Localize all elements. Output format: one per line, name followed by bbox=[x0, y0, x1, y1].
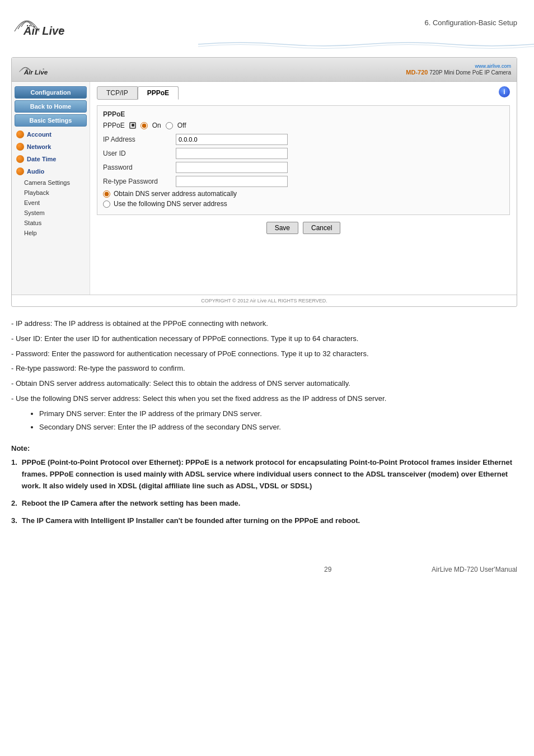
account-label: Account bbox=[27, 131, 51, 138]
pppoe-checkbox[interactable] bbox=[129, 122, 136, 129]
manual-name: AirLive MD-720 User'Manual bbox=[432, 566, 517, 573]
panel-header: Äir Live ® www.airlive.com MD-720 720P M… bbox=[12, 58, 517, 82]
sidebar-item-datetime[interactable]: Date Time bbox=[12, 153, 90, 165]
ip-address-label: IP Address bbox=[103, 136, 176, 143]
pppoe-off-radio[interactable] bbox=[166, 122, 173, 129]
pppoe-on-radio[interactable] bbox=[140, 122, 148, 129]
audio-icon bbox=[16, 167, 24, 175]
user-id-row: User ID bbox=[103, 148, 504, 159]
audio-label: Audio bbox=[27, 168, 44, 175]
back-to-home-button[interactable]: Back to Home bbox=[15, 100, 87, 113]
desc-item-0: - IP address: The IP address is obtained… bbox=[11, 318, 517, 330]
desc-item-5: - Use the following DNS server address: … bbox=[11, 393, 517, 405]
model-description: 720P Mini Dome PoE IP Camera bbox=[429, 69, 511, 76]
dns-auto-radio[interactable] bbox=[103, 190, 110, 198]
cancel-button[interactable]: Cancel bbox=[303, 222, 340, 234]
logo-area: Äir Live ® bbox=[11, 10, 78, 43]
panel-body: Configuration Back to Home Basic Setting… bbox=[12, 82, 517, 295]
note-text-2: Reboot the IP Camera after the network s… bbox=[22, 498, 241, 510]
notes-title: Note: bbox=[11, 444, 517, 452]
page-header: Äir Live ® 6. Configuration-Basic Setup bbox=[0, 0, 534, 43]
tabs: TCP/IP PPPoE bbox=[97, 86, 499, 100]
description-section: - IP address: The IP address is obtained… bbox=[11, 318, 517, 433]
datetime-icon bbox=[16, 155, 24, 163]
chapter-title: 6. Configuration-Basic Setup bbox=[425, 10, 517, 27]
desc-item-3: - Re-type password: Re-type the password… bbox=[11, 363, 517, 375]
wave-decoration bbox=[0, 40, 534, 49]
model-name: MD-720 bbox=[406, 69, 428, 76]
dns-manual-radio[interactable] bbox=[103, 200, 110, 208]
help-icon[interactable]: i bbox=[499, 86, 510, 97]
dns-bullet-list: Primary DNS server: Enter the IP address… bbox=[11, 408, 517, 433]
airlive-logo: Äir Live ® bbox=[11, 10, 73, 41]
dns-primary-item: Primary DNS server: Enter the IP address… bbox=[39, 408, 517, 420]
retype-password-label: Re-type Password bbox=[103, 178, 176, 185]
main-content: Äir Live ® www.airlive.com MD-720 720P M… bbox=[0, 52, 534, 543]
page-number: 29 bbox=[224, 566, 432, 573]
notes-section: Note: 1. PPPoE (Point-to-Point Protocol … bbox=[11, 444, 517, 526]
note-item-2: 2. Reboot the IP Camera after the networ… bbox=[11, 498, 517, 510]
password-row: Password bbox=[103, 162, 504, 173]
panel-header-right: www.airlive.com MD-720 720P Mini Dome Po… bbox=[406, 63, 511, 76]
sidebar: Configuration Back to Home Basic Setting… bbox=[12, 82, 90, 295]
note-num-1: 1. bbox=[11, 457, 17, 492]
pppoe-title: PPPoE bbox=[103, 110, 504, 118]
pppoe-label: PPPoE bbox=[103, 122, 125, 129]
note-num-3: 3. bbox=[11, 515, 17, 527]
tab-pppoe[interactable]: PPPoE bbox=[138, 86, 179, 100]
panel-footer: COPYRIGHT © 2012 Air Live ALL RIGHTS RES… bbox=[12, 295, 517, 306]
model-info: MD-720 720P Mini Dome PoE IP Camera bbox=[406, 69, 511, 76]
basic-settings-button[interactable]: Basic Settings bbox=[15, 114, 87, 127]
retype-password-row: Re-type Password bbox=[103, 176, 504, 187]
dns-auto-label: Obtain DNS server address automatically bbox=[114, 190, 237, 198]
pppoe-on-label: On bbox=[152, 122, 161, 129]
note-item-3: 3. The IP Camera with Intelligent IP Ins… bbox=[11, 515, 517, 527]
pppoe-toggle: PPPoE On Off bbox=[103, 122, 504, 129]
panel-content: i TCP/IP PPPoE PPPoE PPPoE On bbox=[90, 82, 517, 295]
note-num-2: 2. bbox=[11, 498, 17, 510]
password-input[interactable] bbox=[176, 162, 288, 173]
sidebar-item-audio[interactable]: Audio bbox=[12, 165, 90, 178]
website-url: www.airlive.com bbox=[406, 63, 511, 69]
retype-password-input[interactable] bbox=[176, 176, 288, 187]
sidebar-item-camera-settings[interactable]: Camera Settings bbox=[12, 178, 90, 188]
save-button[interactable]: Save bbox=[266, 222, 298, 234]
user-id-input[interactable] bbox=[176, 148, 288, 159]
sidebar-item-playback[interactable]: Playback bbox=[12, 188, 90, 198]
tab-tcpip[interactable]: TCP/IP bbox=[97, 86, 138, 100]
note-text-3: The IP Camera with Intelligent IP Instal… bbox=[22, 515, 360, 527]
sidebar-item-help[interactable]: Help bbox=[12, 228, 90, 238]
account-icon bbox=[16, 130, 24, 138]
pppoe-section: PPPoE PPPoE On Off IP Address bbox=[97, 105, 510, 215]
sidebar-item-account[interactable]: Account bbox=[12, 128, 90, 141]
dns-auto-option: Obtain DNS server address automatically bbox=[103, 190, 504, 198]
note-text-1: PPPoE (Point-to-Point Protocol over Ethe… bbox=[22, 457, 517, 492]
action-buttons: Save Cancel bbox=[97, 222, 510, 234]
svg-text:Äir Live: Äir Live bbox=[23, 25, 64, 37]
sidebar-item-event[interactable]: Event bbox=[12, 198, 90, 208]
dns-manual-option: Use the following DNS server address bbox=[103, 200, 504, 208]
sidebar-item-status[interactable]: Status bbox=[12, 218, 90, 228]
configuration-button[interactable]: Configuration bbox=[15, 86, 87, 99]
desc-item-4: - Obtain DNS server address automaticall… bbox=[11, 378, 517, 390]
network-icon bbox=[16, 143, 24, 151]
ip-address-input[interactable] bbox=[176, 134, 288, 145]
pppoe-off-label: Off bbox=[177, 122, 186, 129]
dns-manual-label: Use the following DNS server address bbox=[114, 200, 227, 208]
user-id-label: User ID bbox=[103, 150, 176, 157]
page-footer: 29 AirLive MD-720 User'Manual bbox=[0, 554, 534, 585]
panel-header-left: Äir Live ® bbox=[17, 61, 62, 78]
datetime-label: Date Time bbox=[27, 156, 56, 162]
note-item-1: 1. PPPoE (Point-to-Point Protocol over E… bbox=[11, 457, 517, 492]
dns-secondary-item: Secondary DNS server: Enter the IP addre… bbox=[39, 422, 517, 433]
password-label: Password bbox=[103, 164, 176, 171]
network-label: Network bbox=[27, 143, 51, 150]
desc-item-2: - Password: Enter the password for authe… bbox=[11, 348, 517, 360]
sidebar-item-system[interactable]: System bbox=[12, 208, 90, 218]
ip-address-row: IP Address bbox=[103, 134, 504, 145]
svg-text:®: ® bbox=[59, 27, 63, 32]
panel-logo: Äir Live ® bbox=[17, 61, 62, 78]
sidebar-item-network[interactable]: Network bbox=[12, 141, 90, 153]
camera-panel: Äir Live ® www.airlive.com MD-720 720P M… bbox=[11, 57, 517, 307]
desc-item-1: - User ID: Enter the user ID for authent… bbox=[11, 333, 517, 345]
